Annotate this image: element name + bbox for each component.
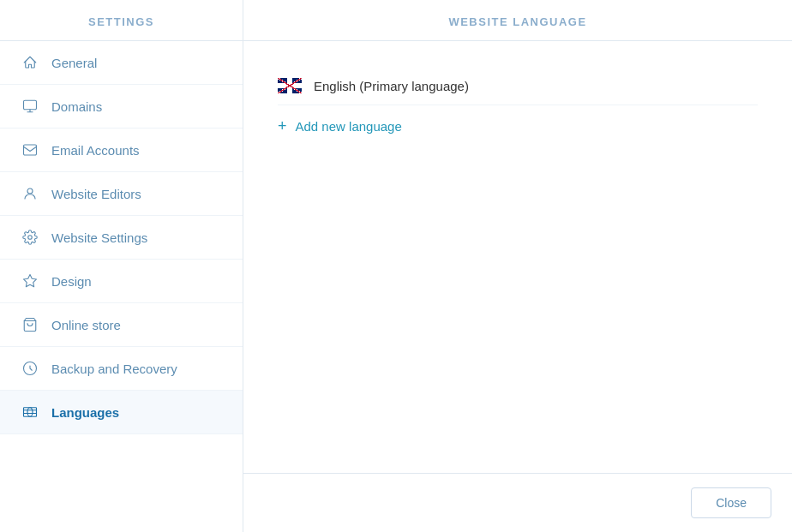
sidebar-item-design[interactable]: Design [0, 260, 243, 303]
home-icon [21, 53, 39, 72]
sidebar-item-general[interactable]: General [0, 41, 243, 85]
main-footer: Close [243, 473, 792, 532]
sidebar-item-online-store[interactable]: Online store [0, 303, 243, 347]
sidebar-item-website-editors[interactable]: Website Editors [0, 172, 243, 216]
settings-icon [21, 228, 39, 247]
main-header: WEBSITE LANGUAGE [243, 0, 792, 41]
svg-rect-0 [24, 100, 37, 110]
modal-container: SETTINGS General Domains Email Accounts [0, 0, 792, 532]
plus-icon: + [278, 117, 287, 135]
design-icon [21, 272, 39, 290]
sidebar-item-domains[interactable]: Domains [0, 85, 243, 129]
sidebar-item-label: General [51, 56, 97, 70]
language-label: English (Primary language) [314, 79, 469, 93]
sidebar-item-email-accounts[interactable]: Email Accounts [0, 129, 243, 172]
backup-icon [21, 359, 39, 378]
sidebar-item-label: Online store [51, 318, 121, 332]
sidebar-item-label: Languages [51, 405, 119, 420]
sidebar-item-label: Design [51, 274, 92, 289]
add-language-row[interactable]: + Add new language [278, 105, 758, 147]
svg-point-2 [27, 188, 33, 194]
flag-uk [278, 77, 302, 94]
add-language-link[interactable]: Add new language [296, 119, 402, 134]
user-icon [21, 184, 39, 203]
main-content: English (Primary language) + Add new lan… [243, 41, 792, 473]
sidebar-item-languages[interactable]: Languages [0, 391, 243, 434]
svg-point-9 [27, 408, 33, 417]
sidebar-item-label: Website Settings [51, 230, 147, 245]
language-row-english: English (Primary language) [278, 67, 758, 105]
sidebar-item-label: Domains [51, 99, 102, 114]
sidebar-item-website-settings[interactable]: Website Settings [0, 216, 243, 260]
domains-icon [21, 97, 39, 116]
sidebar: SETTINGS General Domains Email Accounts [0, 0, 243, 532]
store-icon [21, 315, 39, 334]
svg-rect-6 [24, 408, 37, 417]
email-icon [21, 140, 39, 159]
sidebar-item-label: Email Accounts [51, 143, 140, 158]
main-panel: WEBSITE LANGUAGE English (Primary langua… [243, 0, 792, 532]
sidebar-item-backup-recovery[interactable]: Backup and Recovery [0, 347, 243, 391]
sidebar-item-label: Backup and Recovery [51, 362, 177, 376]
svg-point-3 [28, 236, 33, 240]
sidebar-item-label: Website Editors [51, 187, 141, 201]
close-button[interactable]: Close [691, 487, 771, 518]
languages-icon [21, 403, 39, 421]
sidebar-header: SETTINGS [0, 0, 243, 41]
svg-rect-1 [24, 145, 37, 155]
